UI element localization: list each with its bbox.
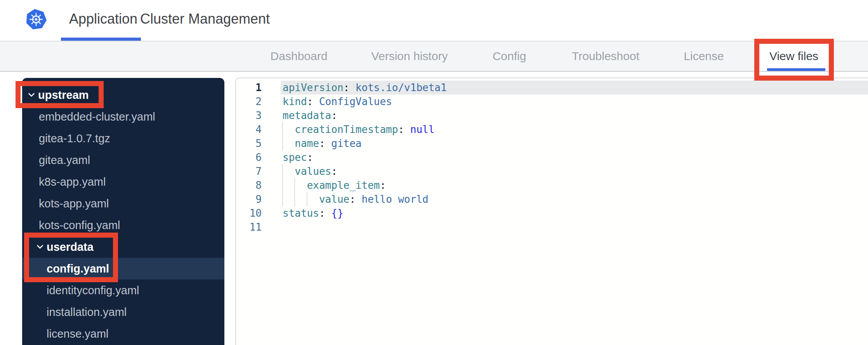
gutter-gap [262,122,281,136]
nav-tab-label: License [684,50,724,63]
line-number: 1 [236,81,262,95]
token-key: apiVersion [283,82,344,93]
token-ws [283,124,295,135]
token-key: spec [283,152,307,163]
indent-guide [307,192,307,206]
gutter-gap [262,220,281,234]
tree-file-identityconfig-yaml[interactable]: identityconfig.yaml [22,279,224,301]
token-kw: {} [331,207,343,219]
token-key: example_item [307,179,380,191]
chevron-down-icon[interactable] [36,245,43,249]
app-subnav: DashboardVersion historyConfigTroublesho… [0,41,868,72]
nav-tab-label: Dashboard [271,50,328,63]
file-name: license.yaml [47,328,109,340]
tree-file-gitea-yaml[interactable]: gitea.yaml [22,149,224,171]
nav-tab-config[interactable]: Config [493,41,526,71]
nav-tab-dashboard[interactable]: Dashboard [271,41,328,71]
line-number: 9 [236,192,262,206]
indent-guide [282,164,283,178]
nav-tab-label: View files [769,50,818,63]
line-number: 2 [236,95,262,109]
tree-file-embedded-cluster-yaml[interactable]: embedded-cluster.yaml [22,106,224,128]
line-number: 11 [236,220,262,234]
code-text: apiVersion: kots.io/v1beta1 [281,81,868,95]
gutter-gap [262,81,281,95]
folder-name: userdata [47,241,94,254]
file-name: installation.yaml [47,306,127,319]
token-colon: : [344,82,356,93]
token-colon: : [307,96,319,107]
gutter-gap [262,95,281,109]
token-colon: : [319,207,331,219]
tree-file-license-yaml[interactable]: license.yaml [22,323,224,345]
indent-guide [282,178,283,192]
kubernetes-logo-icon [25,9,47,30]
token-ws [283,193,319,205]
token-ws [283,166,295,177]
file-name: kots-app.yaml [39,197,109,210]
token-key: name [295,138,319,149]
app-header: ApplicationCluster Management [0,0,868,41]
token-kw: null [410,124,435,135]
file-name: config.yaml [47,262,109,275]
nav-tab-troubleshoot[interactable]: Troubleshoot [572,41,639,71]
token-str: kots.io/v1beta1 [356,82,447,93]
indent-guide [294,192,295,206]
code-text: name: gitea [281,136,868,150]
code-text: value: hello world [281,192,868,206]
code-line-2: 2kind: ConfigValues [236,95,868,109]
code-line-11: 11 [236,220,868,234]
tree-file-config-yaml[interactable]: config.yaml [22,258,224,279]
line-number: 5 [236,136,262,150]
code-line-7: 7 values: [236,164,868,178]
code-text: example_item: [281,178,868,192]
nav-tab-license[interactable]: License [684,41,724,71]
file-name: k8s-app.yaml [39,176,106,188]
nav-tab-label: Troubleshoot [572,50,639,63]
yaml-file-editor[interactable]: 1apiVersion: kots.io/v1beta12kind: Confi… [235,78,868,345]
token-key: value [319,193,349,205]
code-line-10: 10status: {} [236,206,868,220]
line-number: 10 [236,206,262,220]
tree-folder-upstream[interactable]: upstream [22,84,224,106]
tree-file-kots-app-yaml[interactable]: kots-app.yaml [22,193,224,214]
header-tab-cluster-management[interactable]: Cluster Management [140,0,270,41]
line-number: 8 [236,178,262,192]
file-tree-sidebar: upstreamembedded-cluster.yamlgitea-1.0.7… [22,78,224,345]
token-str: hello world [362,193,429,205]
code-line-6: 6spec: [236,150,868,164]
file-name: identityconfig.yaml [47,284,139,297]
gutter-gap [262,136,281,150]
folder-name: upstream [38,89,89,102]
code-lines: 1apiVersion: kots.io/v1beta12kind: Confi… [236,81,868,234]
gutter-gap [262,206,281,220]
gutter-gap [262,109,281,122]
line-number: 4 [236,122,262,136]
tree-file-k8s-app-yaml[interactable]: k8s-app.yaml [22,171,224,193]
file-name: kots-config.yaml [39,219,120,232]
tree-file-kots-config-yaml[interactable]: kots-config.yaml [22,214,224,236]
kots-admin-console: ApplicationCluster Management DashboardV… [0,0,868,345]
token-key: metadata [283,110,331,121]
indent-guide [282,136,283,150]
nav-tab-version-history[interactable]: Version history [372,41,448,71]
token-colon: : [331,166,337,177]
line-number: 3 [236,109,262,122]
chevron-down-icon[interactable] [28,93,35,97]
code-line-9: 9 value: hello world [236,192,868,206]
code-text: values: [281,164,868,178]
code-text: status: {} [281,206,868,220]
token-colon: : [307,152,313,163]
code-line-8: 8 example_item: [236,178,868,192]
nav-tab-view-files[interactable]: View files [769,41,818,71]
nav-tab-label: Config [493,50,526,63]
token-colon: : [398,124,410,135]
line-number: 7 [236,164,262,178]
tree-file-installation-yaml[interactable]: installation.yaml [22,301,224,323]
code-text: kind: ConfigValues [281,95,868,109]
tree-file-gitea-1-0-7-tgz[interactable]: gitea-1.0.7.tgz [22,128,224,149]
line-number: 6 [236,150,262,164]
header-tab-application[interactable]: Application [69,0,137,41]
tree-folder-userdata[interactable]: userdata [22,236,224,258]
code-line-4: 4 creationTimestamp: null [236,122,868,136]
